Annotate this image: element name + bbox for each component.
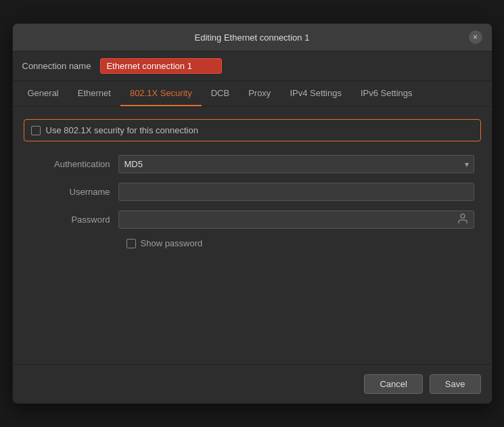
tabs-bar: General Ethernet 802.1X Security DCB Pro… (13, 81, 492, 107)
tab-dcb[interactable]: DCB (202, 81, 239, 106)
security-toggle-checkbox[interactable] (31, 126, 41, 135)
username-input[interactable] (118, 183, 474, 201)
security-toggle-row: Use 802.1X security for this connection (24, 119, 481, 141)
security-form: Authentication MD5 TLS FAST Tunneled TLS… (24, 155, 481, 248)
tab-802.1x-security[interactable]: 802.1X Security (120, 81, 202, 106)
connection-name-input[interactable] (100, 58, 222, 74)
save-button[interactable]: Save (430, 374, 481, 394)
connection-name-row: Connection name (13, 51, 492, 81)
password-row: Password (30, 210, 474, 229)
cancel-button[interactable]: Cancel (364, 374, 422, 394)
show-password-row: Show password (127, 238, 474, 248)
password-wrapper (118, 210, 474, 229)
svg-point-0 (461, 214, 465, 218)
authentication-row: Authentication MD5 TLS FAST Tunneled TLS… (30, 155, 474, 173)
dialog-title: Editing Ethernet connection 1 (36, 32, 469, 43)
connection-name-label: Connection name (22, 61, 91, 71)
tab-ipv6-settings[interactable]: IPv6 Settings (351, 81, 422, 106)
password-label: Password (30, 215, 118, 225)
authentication-select[interactable]: MD5 TLS FAST Tunneled TLS Protected EAP (118, 155, 474, 173)
tab-general[interactable]: General (18, 81, 68, 106)
tab-proxy[interactable]: Proxy (239, 81, 280, 106)
title-bar: Editing Ethernet connection 1 × (13, 24, 492, 51)
authentication-label: Authentication (30, 159, 118, 169)
username-label: Username (30, 187, 118, 197)
security-toggle-label: Use 802.1X security for this connection (46, 125, 198, 135)
tab-ethernet[interactable]: Ethernet (68, 81, 120, 106)
dialog-window: Editing Ethernet connection 1 × Connecti… (12, 23, 492, 404)
password-visibility-icon[interactable] (457, 212, 469, 227)
username-row: Username (30, 183, 474, 201)
tab-content: Use 802.1X security for this connection … (13, 107, 492, 364)
close-button[interactable]: × (469, 30, 482, 44)
show-password-label: Show password (141, 238, 203, 248)
tab-ipv4-settings[interactable]: IPv4 Settings (280, 81, 351, 106)
authentication-dropdown-wrapper: MD5 TLS FAST Tunneled TLS Protected EAP … (118, 155, 474, 173)
password-input[interactable] (118, 210, 474, 229)
dialog-footer: Cancel Save (13, 364, 492, 403)
show-password-checkbox[interactable] (127, 239, 136, 248)
